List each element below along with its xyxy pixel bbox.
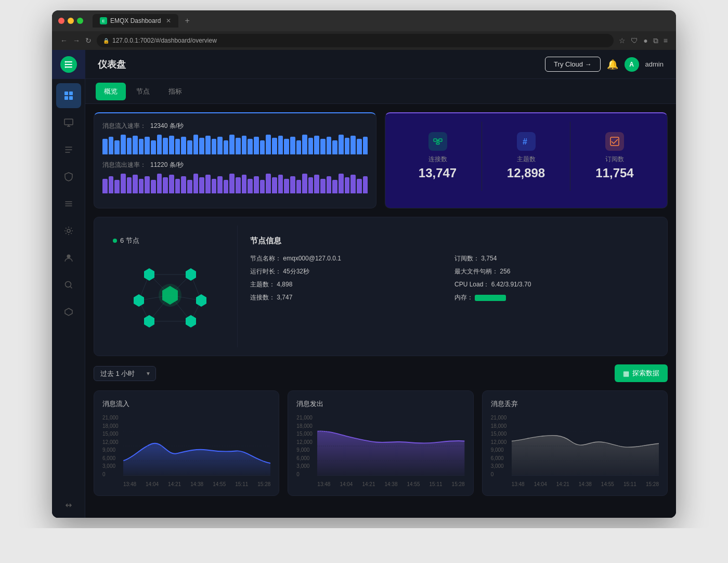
bar	[357, 139, 362, 154]
tab-metrics[interactable]: 指标	[160, 83, 190, 100]
notification-bell-icon[interactable]: 🔔	[607, 59, 618, 70]
bar	[199, 138, 204, 154]
svg-marker-34	[196, 294, 206, 307]
bar	[254, 176, 259, 193]
stat-connections: 连接数 13,747	[394, 122, 482, 191]
bar	[320, 139, 326, 154]
node-left: 6 节点	[102, 226, 238, 347]
new-tab-button[interactable]: +	[185, 16, 189, 25]
bar	[266, 174, 271, 193]
node-row: 6 节点	[94, 217, 668, 356]
sidebar-item-users[interactable]	[56, 245, 81, 270]
close-button[interactable]	[58, 18, 64, 24]
sidebar-item-dashboard[interactable]	[56, 83, 81, 108]
subscriptions-label: 订阅数	[605, 155, 624, 164]
bar	[284, 139, 289, 154]
logo-icon	[60, 56, 77, 73]
explore-data-button[interactable]: ▦ 探索数据	[615, 364, 668, 382]
subscriptions-icon	[605, 132, 624, 151]
bar	[114, 140, 120, 154]
bar	[212, 139, 217, 154]
bar	[236, 177, 241, 193]
bar	[102, 179, 108, 194]
bar	[109, 137, 114, 154]
node-card: 6 节点	[94, 217, 668, 356]
address-bar[interactable]: 🔒 127.0.0.1:7002/#/dashboard/overview	[97, 34, 614, 47]
node-max-fds: 最大文件句柄： 256	[454, 267, 646, 276]
refresh-button[interactable]: ↻	[85, 36, 92, 45]
node-name: 节点名称： emqx000@127.0.0.1	[250, 254, 442, 263]
address-text: 127.0.0.1:7002/#/dashboard/overview	[112, 37, 217, 44]
msg-drop-svg	[512, 415, 659, 477]
top-row: 消息流入速率： 12340 条/秒 消息流出速率： 11220 条/秒	[94, 112, 668, 208]
time-select[interactable]: 过去 1 小时 过去 6 小时 过去 24 小时	[94, 366, 156, 381]
bar	[302, 174, 307, 193]
msg-in-x-labels: 13:48 14:04 14:21 14:38 14:55 15:11 15:2…	[123, 481, 270, 487]
bar	[193, 135, 199, 154]
browser-tab[interactable]: E EMQX Dashboard ✕	[93, 14, 178, 28]
sidebar-item-cluster[interactable]	[56, 299, 81, 324]
stat-topics: # 主题数 12,898	[482, 122, 570, 191]
extension-icon[interactable]: 🛡	[631, 36, 638, 45]
sidebar-item-monitor[interactable]	[56, 110, 81, 135]
node-status-dot	[113, 239, 117, 243]
bookmark-icon[interactable]: ☆	[619, 36, 626, 45]
header-actions: Try Cloud → 🔔 A admin	[545, 57, 664, 72]
bar	[314, 175, 319, 193]
menu-icon[interactable]: ≡	[664, 36, 668, 45]
tab-label: EMQX Dashboard	[110, 17, 161, 24]
forward-button[interactable]: →	[73, 36, 80, 45]
time-select-wrapper[interactable]: 过去 1 小时 过去 6 小时 过去 24 小时 ▼	[94, 366, 156, 381]
node-graph	[123, 254, 217, 337]
charts-row: 消息流入 21,000 18,000 15,000 12,000 9,000 6…	[94, 390, 668, 496]
sidebar-collapse-button[interactable]	[56, 497, 81, 514]
topics-value: 12,898	[507, 166, 545, 180]
svg-marker-33	[186, 268, 196, 281]
bar	[181, 176, 186, 193]
back-button[interactable]: ←	[60, 36, 68, 45]
node-badge-text: 6 节点	[120, 236, 139, 245]
browser-addressbar: ← → ↻ 🔒 127.0.0.1:7002/#/dashboard/overv…	[52, 31, 676, 50]
bar	[163, 138, 168, 154]
svg-rect-12	[434, 139, 437, 141]
bar	[169, 136, 174, 154]
profile-icon[interactable]: ●	[643, 36, 647, 45]
bar	[151, 140, 156, 154]
sidebar-item-settings[interactable]	[56, 218, 81, 243]
bar	[127, 177, 132, 193]
node-uptime: 运行时长： 45分32秒	[250, 267, 442, 276]
try-cloud-button[interactable]: Try Cloud →	[545, 57, 600, 72]
sidebar-item-config[interactable]	[56, 191, 81, 216]
node-subscriptions: 订阅数： 3,754	[454, 254, 646, 263]
maximize-button[interactable]	[77, 18, 83, 24]
extensions-icon[interactable]: ⧉	[653, 36, 658, 45]
tab-overview[interactable]: 概览	[96, 83, 126, 100]
bar	[284, 179, 289, 194]
node-cpu: CPU Load： 6.42/3.91/3.70	[454, 280, 646, 289]
bar	[308, 177, 314, 193]
bar	[205, 175, 211, 193]
bar	[151, 180, 156, 193]
sidebar-item-search[interactable]	[56, 272, 81, 297]
dashboard-body: 消息流入速率： 12340 条/秒 消息流出速率： 11220 条/秒	[85, 104, 676, 518]
minimize-button[interactable]	[68, 18, 74, 24]
bar	[175, 179, 180, 194]
bar	[350, 136, 356, 154]
sidebar	[52, 50, 85, 518]
bar	[127, 138, 132, 154]
bar	[260, 140, 265, 154]
tab-nodes[interactable]: 节点	[128, 83, 158, 100]
svg-point-9	[67, 255, 70, 258]
bar	[248, 139, 253, 154]
bar	[363, 176, 368, 193]
svg-marker-32	[144, 268, 154, 281]
msg-out-svg	[317, 415, 464, 477]
svg-point-1	[64, 64, 66, 66]
node-info-grid: 节点名称： emqx000@127.0.0.1 订阅数： 3,754 运行时长：…	[250, 254, 646, 302]
sidebar-item-rules[interactable]	[56, 137, 81, 162]
svg-text:#: #	[523, 137, 527, 146]
tab-close-icon[interactable]: ✕	[166, 17, 171, 24]
sidebar-item-security[interactable]	[56, 164, 81, 189]
sidebar-bottom	[56, 493, 81, 518]
message-rate-card: 消息流入速率： 12340 条/秒 消息流出速率： 11220 条/秒	[94, 112, 376, 208]
